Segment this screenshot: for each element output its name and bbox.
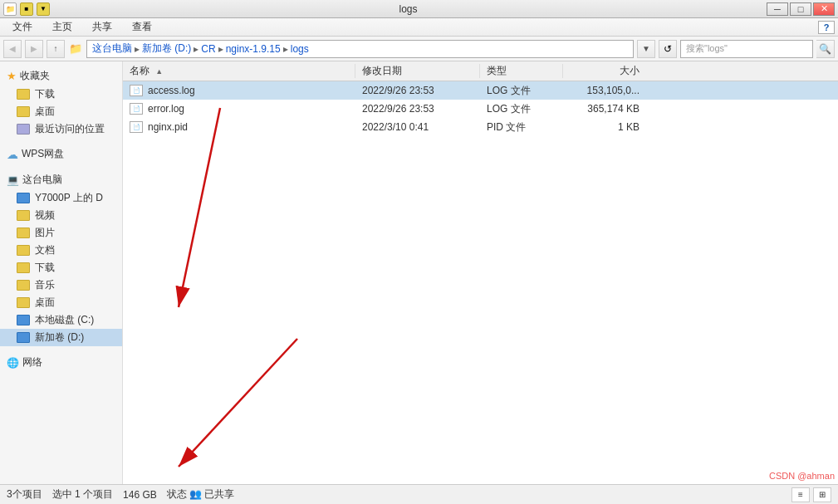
- search-box[interactable]: 搜索"logs": [680, 40, 813, 58]
- sidebar-item-pictures[interactable]: 图片: [0, 224, 122, 242]
- ribbon-tab-file[interactable]: 文件: [3, 17, 42, 37]
- pid-file-icon: 📄: [130, 121, 143, 133]
- sidebar-c-drive-label: 本地磁盘 (C:): [35, 313, 94, 327]
- cloud-icon: ☁: [7, 148, 18, 161]
- folder-icon: [17, 210, 30, 221]
- breadcrumb[interactable]: 这台电脑 ▸ 新加卷 (D:) ▸ CR ▸ nginx-1.9.15 ▸ lo…: [86, 40, 634, 58]
- sidebar-favorites[interactable]: ★ 收藏夹: [0, 66, 122, 86]
- col-size-header[interactable]: 大小: [563, 64, 646, 78]
- window-title: logs: [50, 3, 767, 15]
- view-details-button[interactable]: ≡: [791, 487, 810, 502]
- log-file-icon: 📄: [130, 103, 143, 115]
- minimize-button[interactable]: ─: [767, 2, 788, 16]
- sidebar-item-videos[interactable]: 视频: [0, 207, 122, 224]
- folder-icon: [17, 89, 30, 100]
- close-button[interactable]: ✕: [813, 2, 835, 16]
- status-selected: 选中 1 个项目: [52, 487, 113, 502]
- breadcrumb-cr[interactable]: CR: [201, 43, 215, 55]
- col-name-header[interactable]: 名称 ▲: [123, 64, 355, 78]
- sidebar-documents-label: 文档: [35, 243, 55, 257]
- sidebar-pc[interactable]: 💻 这台电脑: [0, 170, 122, 189]
- status-count: 3个项目: [7, 487, 42, 502]
- sidebar-d-drive-label: 新加卷 (D:): [35, 330, 84, 345]
- file-cell-name: 📄 nginx.pid: [123, 121, 355, 133]
- title-bar: 📁 ■ ▼ logs ─ □ ✕: [0, 0, 838, 18]
- sidebar-item-desktop[interactable]: 桌面: [0, 103, 122, 120]
- sidebar-item-recent[interactable]: 最近访问的位置: [0, 120, 122, 138]
- content-area: 名称 ▲ 修改日期 类型 大小 📄 access.log 2022/9/26 2…: [123, 61, 838, 484]
- sidebar-network[interactable]: 🌐 网络: [0, 353, 122, 372]
- sidebar-recent-label: 最近访问的位置: [35, 122, 105, 136]
- file-row-nginx-pid[interactable]: 📄 nginx.pid 2022/3/10 0:41 PID 文件 1 KB: [123, 118, 838, 136]
- sidebar-item-downloads2[interactable]: 下载: [0, 259, 122, 276]
- search-button[interactable]: 🔍: [816, 40, 835, 58]
- sidebar-wps-label: WPS网盘: [22, 147, 64, 161]
- file-row-error-log[interactable]: 📄 error.log 2022/9/26 23:53 LOG 文件 365,1…: [123, 100, 838, 118]
- breadcrumb-logs[interactable]: logs: [291, 43, 309, 55]
- folder-icon-breadcrumb: 📁: [68, 40, 83, 58]
- ribbon-tab-home[interactable]: 主页: [43, 17, 81, 37]
- app-icon: 📁: [3, 2, 17, 16]
- recent-icon: [17, 124, 30, 135]
- folder-icon: [17, 228, 30, 238]
- view-tiles-button[interactable]: ⊞: [813, 487, 831, 502]
- file-cell-name: 📄 access.log: [123, 85, 355, 96]
- file-cell-type: PID 文件: [480, 120, 563, 135]
- maximize-button[interactable]: □: [790, 2, 811, 16]
- back-button[interactable]: ◀: [3, 40, 22, 58]
- drive-icon: [17, 315, 30, 325]
- file-name-nginx-pid: nginx.pid: [148, 121, 188, 133]
- breadcrumb-pc[interactable]: 这台电脑: [92, 42, 132, 56]
- sidebar-item-documents[interactable]: 文档: [0, 242, 122, 259]
- star-icon: ★: [7, 70, 17, 82]
- status-bar: 3个项目 选中 1 个项目 146 GB 状态 👥 已共享 ≡ ⊞: [0, 484, 838, 504]
- sidebar-item-desktop2[interactable]: 桌面: [0, 294, 122, 311]
- ribbon-tab-share[interactable]: 共享: [83, 17, 121, 37]
- file-list: 📄 access.log 2022/9/26 23:53 LOG 文件 153,…: [123, 81, 838, 484]
- status-size: 146 GB: [123, 489, 157, 501]
- folder-icon: [17, 262, 30, 273]
- quick-access-icon2: ▼: [37, 2, 50, 16]
- col-date-header[interactable]: 修改日期: [355, 64, 480, 78]
- search-placeholder: 搜索"logs": [686, 42, 728, 55]
- ribbon-tab-view[interactable]: 查看: [123, 17, 161, 37]
- sidebar-wps[interactable]: ☁ WPS网盘: [0, 144, 122, 164]
- forward-button[interactable]: ▶: [25, 40, 43, 58]
- title-bar-left: 📁 ■ ▼: [3, 2, 50, 16]
- sidebar-pc-label: 这台电脑: [22, 173, 62, 187]
- file-cell-date: 2022/9/26 23:53: [355, 103, 480, 115]
- file-row-access-log[interactable]: 📄 access.log 2022/9/26 23:53 LOG 文件 153,…: [123, 81, 838, 100]
- folder-icon: [17, 106, 30, 117]
- file-cell-type: LOG 文件: [480, 84, 563, 98]
- sidebar-desktop-label: 桌面: [35, 105, 55, 119]
- ribbon: 文件 主页 共享 查看 ?: [0, 18, 838, 37]
- help-button[interactable]: ?: [818, 21, 835, 34]
- folder-icon: [17, 280, 30, 291]
- folder-icon: [17, 245, 30, 256]
- main-area: ★ 收藏夹 下载 桌面 最近访问的位置 ☁ WPS网盘 💻 这台电脑: [0, 61, 838, 484]
- sidebar-item-music[interactable]: 音乐: [0, 276, 122, 294]
- sidebar-downloads-label: 下载: [35, 87, 55, 101]
- sidebar-videos-label: 视频: [35, 208, 55, 223]
- log-file-icon: 📄: [130, 85, 143, 96]
- file-name-access: access.log: [148, 85, 195, 96]
- breadcrumb-drive[interactable]: 新加卷 (D:): [142, 42, 191, 56]
- address-bar: ◀ ▶ ↑ 📁 这台电脑 ▸ 新加卷 (D:) ▸ CR ▸ nginx-1.9…: [0, 37, 838, 61]
- file-cell-size: 1 KB: [563, 121, 646, 133]
- pc-icon: 💻: [7, 174, 19, 186]
- folder-icon: [17, 297, 30, 308]
- col-type-header[interactable]: 类型: [480, 64, 563, 78]
- sidebar-item-downloads[interactable]: 下载: [0, 86, 122, 103]
- file-cell-name: 📄 error.log: [123, 103, 355, 115]
- file-cell-date: 2022/9/26 23:53: [355, 85, 480, 96]
- dropdown-breadcrumb-button[interactable]: ▼: [637, 40, 655, 58]
- sidebar: ★ 收藏夹 下载 桌面 最近访问的位置 ☁ WPS网盘 💻 这台电脑: [0, 61, 123, 484]
- breadcrumb-nginx[interactable]: nginx-1.9.15: [226, 43, 281, 55]
- sidebar-item-d-drive[interactable]: 新加卷 (D:): [0, 329, 122, 346]
- sidebar-item-c-drive[interactable]: 本地磁盘 (C:): [0, 311, 122, 329]
- refresh-button[interactable]: ↺: [659, 40, 677, 58]
- up-button[interactable]: ↑: [47, 40, 65, 58]
- sidebar-pictures-label: 图片: [35, 226, 55, 240]
- sidebar-item-y7000[interactable]: Y7000P 上的 D: [0, 189, 122, 207]
- sidebar-favorites-label: 收藏夹: [20, 69, 50, 83]
